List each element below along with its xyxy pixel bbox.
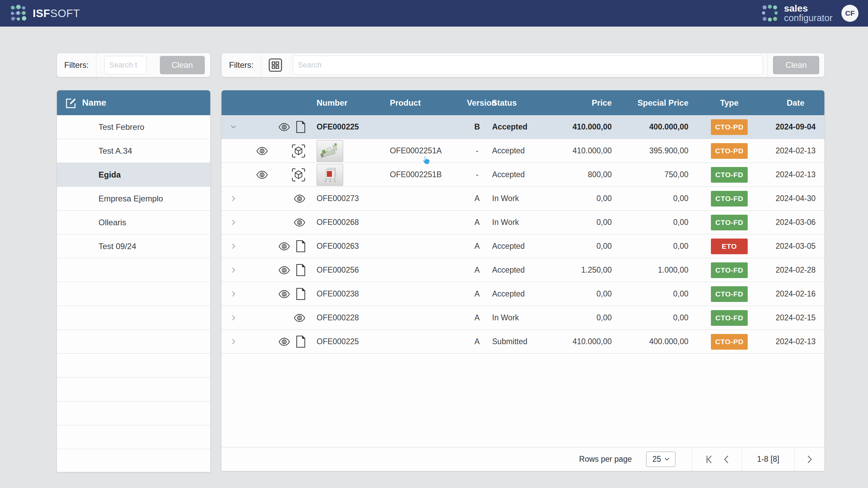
empty-row <box>57 378 210 401</box>
app-logo-text: sales configurator <box>784 4 833 23</box>
number-cell: OFE000238 <box>312 289 389 299</box>
brand-logo[interactable]: ISFSOFT <box>10 4 80 22</box>
version-cell: - <box>467 170 487 179</box>
special-price-cell: 0,00 <box>615 218 692 227</box>
table-row[interactable]: OFE000238 A Accepted 0,00 0,00 CTO-FD 20… <box>222 282 824 306</box>
chevron-right-icon[interactable] <box>232 219 235 225</box>
document-icon[interactable] <box>296 288 306 300</box>
table-row[interactable]: OFE000228 A In Work 0,00 0,00 CTO-FD 202… <box>222 306 824 330</box>
number-cell: OFE000225 <box>312 122 389 132</box>
product-code[interactable]: OFE0002251A <box>390 146 442 155</box>
eye-icon[interactable] <box>293 217 306 228</box>
companies-clean-button[interactable]: Clean <box>160 56 205 74</box>
company-row[interactable]: Test Febrero <box>57 115 210 139</box>
eye-icon[interactable] <box>278 265 290 275</box>
chevron-right-icon[interactable] <box>232 339 235 345</box>
eye-icon[interactable] <box>278 289 290 299</box>
date-cell: 2024-02-28 <box>767 265 824 275</box>
company-row[interactable]: Empresa Ejemplo <box>57 187 210 211</box>
number-cell: OFE000225 <box>312 337 389 346</box>
document-icon[interactable] <box>296 121 306 133</box>
app-logo: sales configurator <box>761 4 833 23</box>
table-row[interactable]: OFE000263 A Accepted 0,00 0,00 ETO 2024-… <box>222 234 824 258</box>
company-row[interactable]: Test A.34 <box>57 139 210 163</box>
column-header-version: Version <box>467 98 487 108</box>
eye-icon[interactable] <box>278 337 290 347</box>
version-cell: A <box>467 337 487 346</box>
table-row[interactable]: OFE000225 A Submitted 410.000,00 400.000… <box>222 330 824 354</box>
price-cell: 0,00 <box>537 313 615 322</box>
chevron-right-icon[interactable] <box>232 243 235 249</box>
number-cell: OFE000268 <box>312 218 389 227</box>
edit-icon[interactable] <box>65 97 77 109</box>
eye-icon[interactable] <box>278 122 290 132</box>
version-cell: A <box>467 265 487 275</box>
product-thumbnail[interactable] <box>317 140 343 162</box>
product-cell[interactable]: OFE0002251A <box>389 146 467 155</box>
cube-icon[interactable] <box>291 144 306 158</box>
price-cell: 800,00 <box>537 170 615 179</box>
offers-clean-button[interactable]: Clean <box>773 56 819 74</box>
companies-filters-label: Filters: <box>57 53 96 77</box>
type-badge: CTO-PD <box>711 119 748 135</box>
number-cell: OFE000256 <box>312 265 389 275</box>
special-price-cell: 750,00 <box>615 170 692 179</box>
chevron-down-icon[interactable] <box>231 125 236 129</box>
number-cell: OFE000263 <box>312 242 389 251</box>
first-page-button[interactable] <box>705 455 713 464</box>
version-cell: - <box>467 146 487 155</box>
app-logo-dots-icon <box>761 4 779 22</box>
document-icon[interactable] <box>296 240 306 253</box>
product-thumbnail[interactable] <box>317 164 343 186</box>
eye-icon[interactable] <box>256 170 268 180</box>
special-price-cell: 0,00 <box>615 242 692 251</box>
eye-icon[interactable] <box>293 194 306 204</box>
type-badge: CTO-FD <box>711 286 748 302</box>
brand-dots-icon <box>10 4 27 22</box>
cube-icon[interactable] <box>291 168 306 182</box>
grid-view-icon[interactable] <box>269 58 282 72</box>
table-row[interactable]: OFE0002251A - Accepted 410.000,00 395.90… <box>222 139 824 163</box>
empty-row <box>57 330 210 354</box>
product-code[interactable]: OFE0002251B <box>390 170 442 179</box>
user-avatar[interactable]: CF <box>841 5 858 22</box>
empty-row <box>57 449 210 472</box>
empty-row <box>57 306 210 330</box>
product-cell[interactable]: OFE0002251B <box>389 170 467 179</box>
rows-per-page-select[interactable]: 25 <box>646 452 675 467</box>
document-icon[interactable] <box>296 335 306 348</box>
special-price-cell: 395.900,00 <box>615 146 692 155</box>
type-badge: CTO-FD <box>711 215 748 230</box>
offers-table: Number Product Version Status Price Spec… <box>222 90 824 471</box>
chevron-right-icon[interactable] <box>232 291 235 297</box>
table-row[interactable]: OFE000273 A In Work 0,00 0,00 CTO-FD 202… <box>222 187 824 211</box>
empty-row <box>57 401 210 425</box>
empty-row <box>57 425 210 449</box>
table-row[interactable]: OFE000268 A In Work 0,00 0,00 CTO-FD 202… <box>222 211 824 234</box>
status-cell: In Work <box>487 218 537 227</box>
company-row[interactable]: Ollearis <box>57 211 210 234</box>
eye-icon[interactable] <box>293 313 306 323</box>
companies-search-input[interactable] <box>104 56 147 74</box>
eye-icon[interactable] <box>256 146 268 156</box>
type-badge: CTO-FD <box>711 310 748 326</box>
chevron-right-icon[interactable] <box>232 315 235 321</box>
empty-row <box>57 354 210 378</box>
prev-page-button[interactable] <box>724 455 729 464</box>
next-page-button[interactable] <box>807 455 812 464</box>
chevron-right-icon[interactable] <box>232 196 235 201</box>
price-cell: 0,00 <box>537 289 615 299</box>
table-row[interactable]: OFE000256 A Accepted 1.250,00 1.000,00 C… <box>222 258 824 282</box>
company-row[interactable]: Test 09/24 <box>57 234 210 258</box>
document-icon[interactable] <box>296 264 306 276</box>
table-row[interactable]: OFE000225 B Accepted 410.000,00 400.000,… <box>222 115 824 139</box>
offers-table-header: Number Product Version Status Price Spec… <box>222 90 824 115</box>
table-empty-area <box>222 354 824 447</box>
eye-icon[interactable] <box>278 241 290 251</box>
chevron-right-icon[interactable] <box>232 267 235 273</box>
number-cell: OFE000273 <box>312 194 389 203</box>
table-row[interactable]: OFE0002251B - Accepted 800,00 750,00 CTO… <box>222 163 824 187</box>
offers-search-input[interactable] <box>293 56 763 75</box>
company-row-selected[interactable]: Egida <box>57 163 210 187</box>
price-cell: 0,00 <box>537 242 615 251</box>
